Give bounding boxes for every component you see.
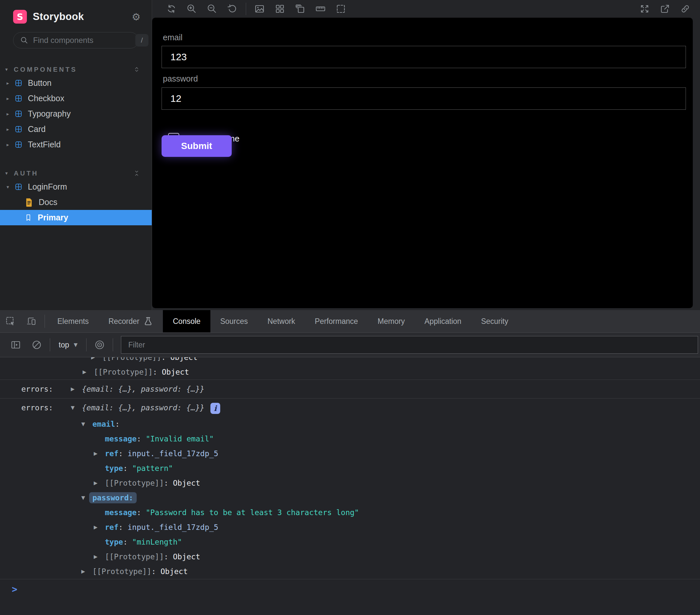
tab-recorder[interactable]: Recorder [99, 310, 163, 332]
sidebar-item-checkbox[interactable]: ▸Checkbox [0, 91, 152, 106]
console-obj: Object [171, 357, 198, 361]
caret-right-icon[interactable]: ▸ [7, 80, 14, 86]
measure-icon [315, 4, 326, 14]
sidebar-header: S Storybook ⚙ [0, 0, 152, 24]
console-obj: Object [161, 567, 188, 576]
tab-security[interactable]: Security [471, 310, 518, 332]
console-row: type: "minLength" [0, 535, 700, 550]
component-icon [14, 125, 23, 133]
password-field[interactable] [162, 87, 686, 110]
zoom-reset-button[interactable] [222, 2, 242, 16]
background-button[interactable] [249, 2, 270, 16]
fullscreen-icon [639, 4, 650, 14]
console-prompt[interactable]: > [0, 579, 700, 615]
search-box[interactable]: / [13, 32, 139, 49]
tab-label: Console [173, 317, 200, 326]
caret-right-icon[interactable]: ▸ [7, 142, 14, 148]
fullscreen-button[interactable] [635, 2, 655, 16]
tab-elements[interactable]: Elements [48, 310, 99, 332]
console-str: "minLength" [132, 538, 182, 546]
expand-triangle-icon[interactable]: ▶ [94, 550, 98, 564]
tab-application[interactable]: Application [415, 310, 471, 332]
sidebar-item-button[interactable]: ▸Button [0, 75, 152, 91]
console-log-area: ▶[[Prototype]]: Object▶[[Prototype]]: Ob… [0, 357, 700, 615]
block-button[interactable] [26, 339, 47, 350]
sidebar-item-loginform[interactable]: ▾LoginForm [0, 179, 152, 194]
measure-button[interactable] [310, 2, 331, 16]
console-toolbar-icons [5, 339, 47, 350]
console-proto: [[Prototype]] [102, 357, 161, 361]
caret-down-icon[interactable]: ▾ [7, 184, 14, 190]
expand-triangle-icon[interactable]: ▶ [71, 380, 75, 398]
live-expression-eye-icon[interactable] [89, 339, 110, 350]
component-icon [14, 110, 23, 118]
outline-button[interactable] [331, 2, 351, 16]
panel-button[interactable] [5, 339, 26, 350]
email-label: email [163, 33, 183, 42]
tab-network[interactable]: Network [258, 310, 305, 332]
caret-right-icon[interactable]: ▸ [7, 126, 14, 132]
inspect-button[interactable] [0, 310, 21, 332]
sidebar-item-card[interactable]: ▸Card [0, 121, 152, 137]
console-proto: [[Prototype]] [92, 567, 151, 576]
tab-label: Network [267, 317, 295, 326]
context-selector[interactable]: top ▼ [59, 341, 78, 349]
divider [246, 3, 246, 15]
story-item-primary[interactable]: Primary [0, 210, 152, 225]
viewports-button[interactable] [290, 2, 310, 16]
tab-console[interactable]: Console [163, 310, 210, 332]
console-row-text: ref: input._field_17zdp_5 [105, 520, 218, 535]
collapse-triangle-icon[interactable]: ▼ [81, 490, 85, 505]
console-proto: [[Prototype]] [105, 552, 164, 561]
search-input[interactable] [33, 35, 135, 45]
console-row-text: type: "minLength" [105, 535, 182, 550]
console-key: message [105, 435, 137, 443]
sidebar-tree: ▾COMPONENTS▸Button▸Checkbox▸Typography▸C… [0, 64, 152, 229]
device-button[interactable] [21, 310, 42, 332]
component-icon [14, 183, 23, 191]
expand-all-icon[interactable] [133, 65, 141, 73]
caret-right-icon[interactable]: ▸ [7, 111, 14, 117]
info-badge-icon[interactable]: i [210, 403, 220, 414]
zoom-out-button[interactable] [202, 2, 222, 16]
open-new-tab-button[interactable] [655, 2, 675, 16]
console-plain: : [123, 538, 132, 546]
submit-button[interactable]: Submit [162, 135, 232, 157]
zoom-in-button[interactable] [182, 2, 202, 16]
console-ref: input._field_17zdp_5 [127, 523, 218, 531]
sidebar-item-typography[interactable]: ▸Typography [0, 106, 152, 121]
expand-triangle-icon[interactable]: ▶ [94, 476, 98, 490]
remount-icon [166, 4, 177, 14]
expand-triangle-icon[interactable]: ▶ [83, 365, 87, 380]
tab-sources[interactable]: Sources [210, 310, 258, 332]
console-row-text: [[Prototype]]: Object [105, 550, 200, 564]
copy-link-button[interactable] [675, 2, 696, 16]
console-filter-input[interactable] [121, 336, 698, 354]
devtools-tabbar: ElementsRecorderConsoleSourcesNetworkPer… [0, 310, 700, 333]
collapse-all-icon[interactable] [133, 169, 141, 177]
collapse-triangle-icon[interactable]: ▼ [71, 399, 75, 417]
tab-performance[interactable]: Performance [305, 310, 368, 332]
email-field[interactable] [162, 46, 686, 68]
context-selector-label: top [59, 341, 69, 349]
section-header-auth[interactable]: ▾AUTH [0, 167, 152, 179]
section-header-components[interactable]: ▾COMPONENTS [0, 64, 152, 75]
collapse-triangle-icon[interactable]: ▼ [81, 417, 85, 432]
canvas-toolbar-left [161, 2, 351, 16]
console-key: ref [105, 523, 118, 531]
caret-right-icon[interactable]: ▸ [7, 95, 14, 102]
expand-triangle-icon[interactable]: ▶ [94, 520, 98, 535]
expand-triangle-icon[interactable]: ▶ [91, 357, 95, 365]
expand-triangle-icon[interactable]: ▶ [94, 446, 98, 461]
console-row: ▼email: [0, 417, 700, 432]
story-item-docs[interactable]: Docs [0, 194, 152, 210]
sidebar-item-textfield[interactable]: ▸TextField [0, 137, 152, 152]
component-icon [14, 79, 23, 87]
grid-button[interactable] [270, 2, 290, 16]
expand-triangle-icon[interactable]: ▶ [81, 564, 85, 579]
remount-button[interactable] [161, 2, 182, 16]
story-item-label: Primary [38, 213, 68, 222]
tab-memory[interactable]: Memory [368, 310, 415, 332]
zoom-out-icon [207, 4, 217, 14]
gear-icon[interactable]: ⚙ [132, 11, 141, 23]
